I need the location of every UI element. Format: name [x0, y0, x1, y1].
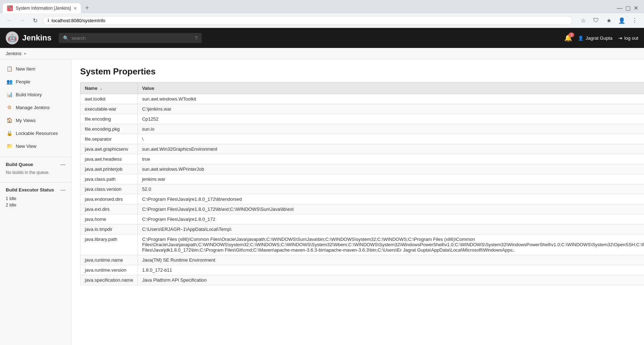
header-right-controls: 🔔 2 👤 Jagrat Gupta ⇥ log out — [564, 34, 638, 42]
property-value: sun.io — [138, 124, 644, 134]
property-name: java.awt.printerjob — [80, 164, 138, 174]
property-name: java.specification.name — [80, 275, 138, 285]
bookmark-button[interactable]: ☆ — [578, 15, 588, 25]
address-bar: ℹ — [43, 16, 572, 25]
lock-icon: ℹ — [48, 18, 49, 23]
content-area: System Properties Name ↓ Value awt.toolk… — [72, 59, 644, 345]
property-value: Java(TM) SE Runtime Environment — [138, 255, 644, 265]
sidebar-item-my-views[interactable]: 🏠 My Views — [0, 114, 71, 127]
build-executor-collapse-button[interactable]: — — [60, 187, 65, 193]
extension1-button[interactable]: 🛡 — [591, 15, 601, 25]
back-button[interactable]: ← — [4, 15, 14, 25]
lockable-resources-icon: 🔒 — [6, 130, 13, 137]
search-bar: 🔍 ? — [59, 33, 202, 43]
sidebar-label-my-views: My Views — [16, 118, 35, 123]
property-name: java.runtime.name — [80, 255, 138, 265]
jenkins-logo-text: Jenkins — [22, 33, 52, 43]
table-row: java.runtime.version1.8.0_172-b11 — [80, 265, 644, 275]
sidebar-label-new-view: New View — [16, 144, 36, 149]
table-row: file.encoding.pkgsun.io — [80, 124, 644, 134]
property-value: sun.awt.windows.WPrinterJob — [138, 164, 644, 174]
build-queue-body: No builds in the queue. — [0, 169, 71, 178]
new-item-icon: 📋 — [6, 65, 13, 72]
close-window-button[interactable]: ✕ — [634, 5, 638, 11]
table-row: java.io.tmpdirC:\Users\ERJAGR~1\AppData\… — [80, 224, 644, 234]
breadcrumb: Jenkins ► — [0, 48, 644, 59]
new-view-icon: 📁 — [6, 142, 13, 150]
property-name: awt.toolkit — [80, 94, 138, 104]
manage-jenkins-icon: ⚙ — [6, 104, 13, 111]
menu-button[interactable]: ⋮ — [630, 15, 640, 25]
executor-2-status: Idle — [9, 203, 16, 208]
executor-1-status: Idle — [9, 196, 16, 201]
property-value: C:\jenkins.war — [138, 104, 644, 114]
table-row: java.ext.dirsC:\Program Files\Java\jre1.… — [80, 204, 644, 214]
table-row: java.runtime.nameJava(TM) SE Runtime Env… — [80, 255, 644, 265]
notifications-button[interactable]: 🔔 2 — [564, 34, 572, 42]
sidebar-item-new-view[interactable]: 📁 New View — [0, 140, 71, 152]
property-value: sun.awt.windows.WToolkit — [138, 94, 644, 104]
extension2-button[interactable]: ★ — [604, 15, 614, 25]
build-executor-title: Build Executor Status — [6, 187, 54, 193]
maximize-button[interactable]: ▢ — [625, 5, 631, 11]
property-value: sun.awt.Win32GraphicsEnvironment — [138, 144, 644, 154]
browser-nav-bar: ← → ↻ ℹ ☆ 🛡 ★ 👤 ⋮ — [0, 13, 644, 28]
build-history-icon: 📊 — [6, 91, 13, 98]
property-name: java.class.version — [80, 184, 138, 194]
new-tab-button[interactable]: + — [82, 3, 92, 13]
executor-1-number: 1 — [6, 196, 8, 201]
sidebar-item-people[interactable]: 👥 People — [0, 75, 71, 88]
build-executor-section: Build Executor Status — 1 Idle 2 Idle — [0, 182, 71, 211]
sidebar-label-new-item: New Item — [16, 66, 35, 72]
user-menu[interactable]: 👤 Jagrat Gupta — [578, 35, 613, 41]
tab-title: System Information [Jenkins] — [16, 6, 71, 11]
property-value: 1.8.0_172-b11 — [138, 265, 644, 275]
forward-button[interactable]: → — [17, 15, 27, 25]
table-row: java.class.pathjenkins.war — [80, 174, 644, 184]
table-row: executable-warC:\jenkins.war — [80, 104, 644, 114]
property-value: jenkins.war — [138, 174, 644, 184]
logout-label: log out — [624, 35, 638, 41]
breadcrumb-separator: ► — [24, 52, 27, 55]
property-name: java.awt.graphicsenv — [80, 144, 138, 154]
property-name: java.io.tmpdir — [80, 224, 138, 234]
property-name: java.ext.dirs — [80, 204, 138, 214]
table-row: file.encodingCp1252 — [80, 114, 644, 124]
jenkins-logo: 🤖 Jenkins — [6, 31, 52, 44]
profile-button[interactable]: 👤 — [617, 15, 627, 25]
column-header-value: Value — [138, 83, 644, 94]
minimize-button[interactable]: — — [617, 5, 623, 11]
active-tab: 🔧 System Information [Jenkins] × — [3, 3, 81, 13]
sidebar: 📋 New Item 👥 People 📊 Build History ⚙ Ma… — [0, 59, 72, 345]
property-value: true — [138, 154, 644, 164]
property-value: Java Platform API Specification — [138, 275, 644, 285]
sidebar-item-manage-jenkins[interactable]: ⚙ Manage Jenkins — [0, 101, 71, 114]
logout-button[interactable]: ⇥ log out — [618, 35, 638, 41]
build-executor-body: 1 Idle 2 Idle — [0, 194, 71, 211]
property-name: file.encoding — [80, 114, 138, 124]
build-queue-collapse-button[interactable]: — — [60, 161, 65, 167]
logout-icon: ⇥ — [618, 35, 622, 41]
column-header-name[interactable]: Name ↓ — [80, 83, 138, 94]
search-help-icon[interactable]: ? — [195, 35, 197, 41]
table-row: file.separator\ — [80, 134, 644, 144]
main-layout: 📋 New Item 👥 People 📊 Build History ⚙ Ma… — [0, 59, 644, 345]
sidebar-label-manage-jenkins: Manage Jenkins — [16, 105, 50, 110]
jenkins-logo-icon: 🤖 — [6, 31, 19, 44]
tab-close-button[interactable]: × — [74, 5, 77, 11]
sidebar-item-lockable-resources[interactable]: 🔒 Lockable Resources — [0, 127, 71, 140]
property-name: java.runtime.version — [80, 265, 138, 275]
jenkins-header: 🤖 Jenkins 🔍 ? 🔔 2 👤 Jagrat Gupta ⇥ log o… — [0, 28, 644, 48]
search-input[interactable] — [72, 35, 192, 41]
executor-2: 2 Idle — [6, 202, 65, 208]
property-value: Cp1252 — [138, 114, 644, 124]
table-row: java.awt.headlesstrue — [80, 154, 644, 164]
sidebar-item-new-item[interactable]: 📋 New Item — [0, 62, 71, 75]
address-input[interactable] — [52, 18, 568, 23]
breadcrumb-jenkins-link[interactable]: Jenkins — [6, 51, 21, 56]
table-row: awt.toolkitsun.awt.windows.WToolkit — [80, 94, 644, 104]
sidebar-label-build-history: Build History — [16, 92, 42, 97]
sidebar-item-build-history[interactable]: 📊 Build History — [0, 88, 71, 101]
property-name: java.awt.headless — [80, 154, 138, 164]
reload-button[interactable]: ↻ — [30, 15, 40, 25]
